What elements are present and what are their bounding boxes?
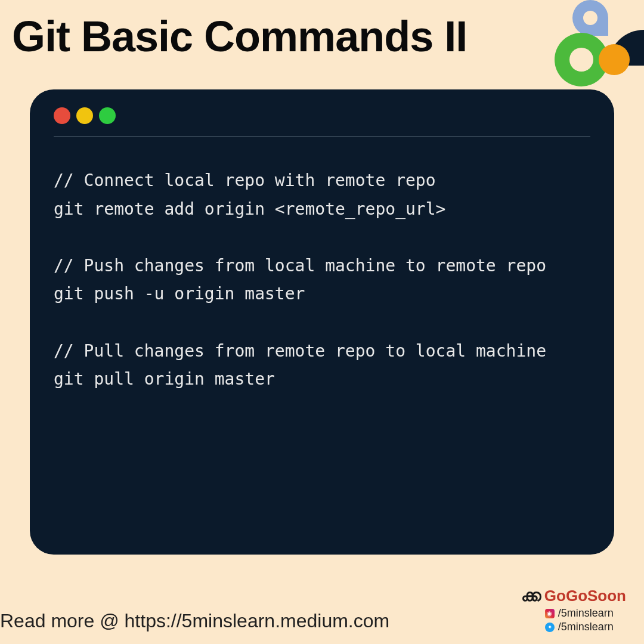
brand-name: GoGoSoon xyxy=(544,587,626,605)
social-handle: /5minslearn xyxy=(558,607,614,620)
svg-point-3 xyxy=(569,48,593,72)
brand-block: ക്ക GoGoSoon ◉ /5minslearn ✦ /5minslearn xyxy=(521,586,626,633)
window-controls xyxy=(54,107,590,124)
social-instagram: ◉ /5minslearn xyxy=(545,607,626,620)
twitter-icon: ✦ xyxy=(545,623,555,632)
code-comment: // Pull changes from remote repo to loca… xyxy=(54,341,546,361)
code-command: git push -u origin master xyxy=(54,284,305,304)
svg-point-1 xyxy=(583,11,597,25)
divider xyxy=(54,136,590,137)
code-comment: // Connect local repo with remote repo xyxy=(54,171,436,190)
code-command: git remote add origin <remote_repo_url> xyxy=(54,199,445,219)
svg-point-4 xyxy=(599,44,630,75)
terminal-window: // Connect local repo with remote repo g… xyxy=(30,89,614,555)
brand-logo-icon: ക്ക xyxy=(521,586,540,606)
instagram-icon: ◉ xyxy=(545,609,555,618)
social-twitter: ✦ /5minslearn xyxy=(545,621,626,633)
maximize-icon xyxy=(99,107,116,124)
code-block: // Connect local repo with remote repo g… xyxy=(54,166,590,394)
close-icon xyxy=(54,107,70,124)
code-comment: // Push changes from local machine to re… xyxy=(54,256,546,275)
social-handle: /5minslearn xyxy=(558,621,614,633)
footer-link-text: Read more @ https://5minslearn.medium.co… xyxy=(0,610,389,632)
decorative-shapes xyxy=(513,0,644,95)
minimize-icon xyxy=(76,107,93,124)
code-command: git pull origin master xyxy=(54,369,275,389)
